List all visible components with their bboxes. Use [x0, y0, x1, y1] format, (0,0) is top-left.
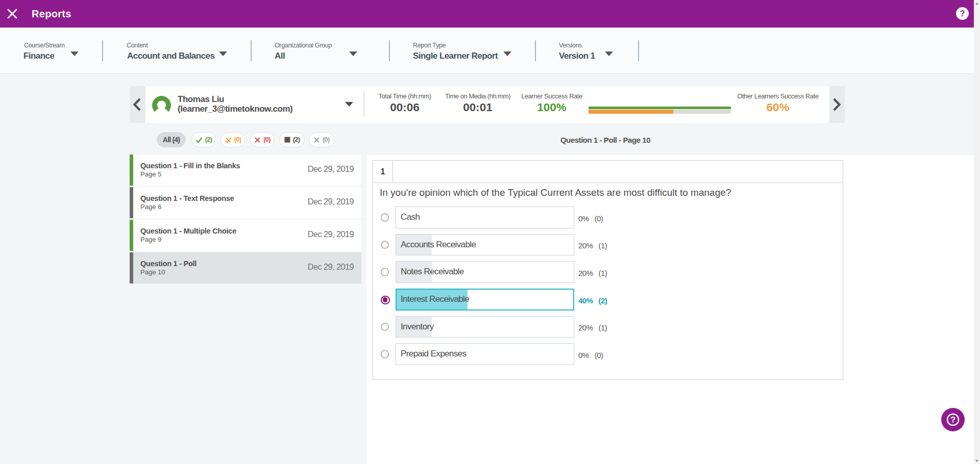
- svg-text:?: ?: [950, 415, 955, 424]
